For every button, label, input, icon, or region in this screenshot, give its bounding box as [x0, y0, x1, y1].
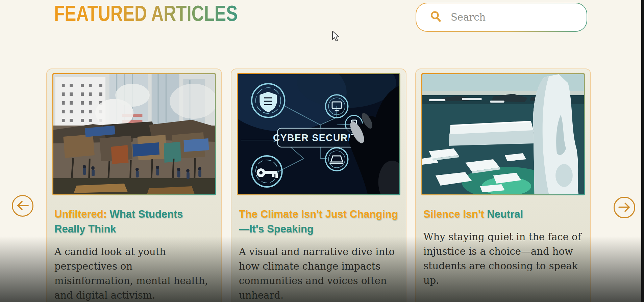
- article-description: A visual and narrative dive into how cli…: [239, 245, 398, 302]
- featured-articles-page: FEATURED ARTICLES: [0, 0, 644, 302]
- article-card-unfiltered[interactable]: Unfiltered: What Students Really Think A…: [46, 68, 222, 302]
- screen-edge-strip: [641, 0, 644, 302]
- article-title: The Climate Isn't Just Changing —It's Sp…: [239, 207, 398, 237]
- search-bar: [416, 3, 587, 32]
- arrow-left-icon: [16, 200, 29, 212]
- page-title: FEATURED ARTICLES: [54, 2, 238, 25]
- search-icon: [430, 10, 442, 24]
- carousel-next-button[interactable]: [614, 197, 635, 218]
- article-card-climate[interactable]: CYBER SECURITY The Climate Isn't Just Ch…: [231, 68, 406, 302]
- article-cards-row: Unfiltered: What Students Really Think A…: [46, 68, 591, 302]
- mouse-cursor: [332, 31, 341, 44]
- article-image-cyber-security: CYBER SECURITY: [237, 73, 400, 195]
- search-input[interactable]: [450, 11, 576, 23]
- carousel-prev-button[interactable]: [12, 195, 33, 217]
- article-title: Silence Isn't Neutral: [423, 207, 583, 222]
- article-description: A candid look at youth perspectives on m…: [54, 245, 214, 302]
- article-title: Unfiltered: What Students Really Think: [54, 207, 214, 237]
- article-description: Why staying quiet in the face of injusti…: [423, 230, 583, 288]
- article-image-slum: [52, 73, 216, 195]
- arrow-right-icon: [618, 201, 631, 214]
- article-image-iceberg: [421, 73, 585, 195]
- article-card-silence[interactable]: Silence Isn't Neutral Why staying quiet …: [415, 68, 591, 302]
